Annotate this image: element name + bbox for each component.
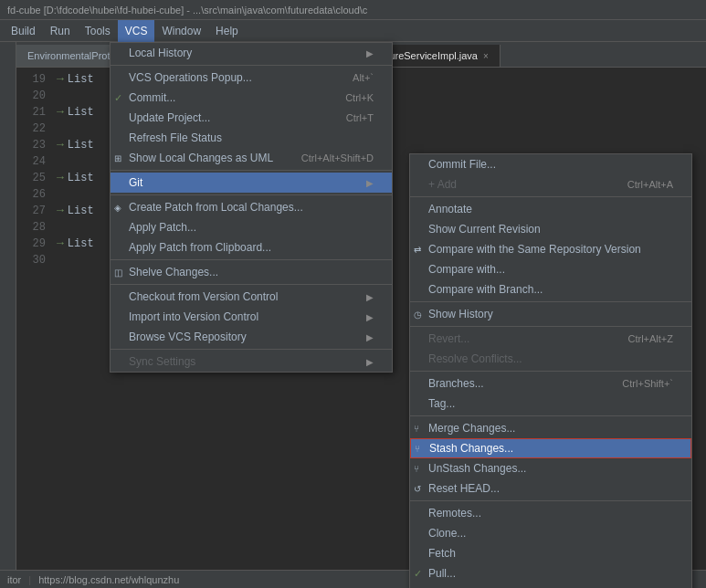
menu-run[interactable]: Run xyxy=(43,20,78,42)
vcs-menu-show-uml[interactable]: ⊞ Show Local Changes as UML Ctrl+Alt+Shi… xyxy=(111,148,392,168)
vcs-menu-shelve[interactable]: ◫ Shelve Changes... xyxy=(111,262,392,282)
vcs-menu-browse[interactable]: Browse VCS Repository ▶ xyxy=(111,327,392,347)
line-26: 26 xyxy=(16,186,46,203)
git-reset-head[interactable]: ↺ Reset HEAD... xyxy=(410,478,691,499)
line-23: 23 xyxy=(16,137,46,153)
git-pull[interactable]: ✓ Pull... xyxy=(410,563,691,583)
git-push[interactable]: Push... Ctrl+Shift+K xyxy=(410,583,691,588)
line-21: 21 xyxy=(16,104,46,121)
line-27: 27 xyxy=(16,203,46,219)
arrow-25: → xyxy=(57,170,64,186)
compare-icon: ⇄ xyxy=(414,245,421,255)
line-19: 19 xyxy=(16,71,46,88)
patch-icon: ◈ xyxy=(114,203,121,213)
shelve-icon: ◫ xyxy=(114,268,122,278)
reset-icon: ↺ xyxy=(414,484,421,494)
line-20: 20 xyxy=(16,88,46,104)
git-fetch[interactable]: Fetch xyxy=(410,543,691,563)
vcs-menu-sync: Sync Settings ▶ xyxy=(111,352,392,372)
vcs-menu-update-project[interactable]: Update Project... Ctrl+T xyxy=(111,108,392,128)
git-add: + Add Ctrl+Alt+A xyxy=(410,174,691,194)
line-28: 28 xyxy=(16,219,46,236)
status-url: https://blog.csdn.net/whlqunzhu xyxy=(38,574,179,585)
git-commit-file[interactable]: Commit File... xyxy=(410,154,691,174)
git-unstash[interactable]: ⑂ UnStash Changes... xyxy=(410,458,691,478)
vcs-menu-checkout[interactable]: Checkout from Version Control ▶ xyxy=(111,287,392,307)
vcs-menu-git[interactable]: Git ▶ xyxy=(111,173,392,193)
vcs-menu-local-history[interactable]: Local History ▶ xyxy=(111,43,392,63)
submenu-arrow-icon: ▶ xyxy=(366,48,374,58)
vcs-dropdown-menu: Local History ▶ VCS Operations Popup... … xyxy=(110,42,393,373)
stash-icon: ⑂ xyxy=(415,444,420,454)
arrow-23: → xyxy=(57,137,64,153)
separator-2 xyxy=(111,170,392,171)
line-22: 22 xyxy=(16,121,46,137)
title-text: fd-cube [D:\fdcode\hubei\fd-hubei-cube] … xyxy=(7,5,367,16)
tab-service-impl-close[interactable]: × xyxy=(483,51,489,61)
separator-6 xyxy=(111,349,392,350)
menu-bar: Build Run Tools VCS Window Help xyxy=(0,20,706,42)
browse-arrow-icon: ▶ xyxy=(366,332,374,342)
git-tag[interactable]: Tag... xyxy=(410,394,691,414)
sidebar-left xyxy=(0,42,16,570)
git-annotate[interactable]: Annotate xyxy=(410,199,691,219)
line-30: 30 xyxy=(16,252,46,268)
separator-1 xyxy=(111,65,392,66)
unstash-icon: ⑂ xyxy=(414,464,419,474)
git-clone[interactable]: Clone... xyxy=(410,523,691,543)
line-24: 24 xyxy=(16,153,46,170)
vcs-menu-apply-patch[interactable]: Apply Patch... xyxy=(111,217,392,237)
git-compare-branch[interactable]: Compare with Branch... xyxy=(410,279,691,299)
git-submenu-arrow-icon: ▶ xyxy=(366,178,374,188)
menu-tools[interactable]: Tools xyxy=(78,20,118,42)
line-29: 29 xyxy=(16,236,46,252)
title-bar: fd-cube [D:\fdcode\hubei\fd-hubei-cube] … xyxy=(0,0,706,20)
git-branches[interactable]: Branches... Ctrl+Shift+` xyxy=(410,373,691,394)
vcs-menu-operations-popup[interactable]: VCS Operations Popup... Alt+` xyxy=(111,68,392,88)
git-sep-1 xyxy=(410,196,691,197)
line-numbers: 19 20 21 22 23 24 25 26 27 28 29 30 xyxy=(16,71,53,268)
separator-5 xyxy=(111,284,392,285)
git-sep-6 xyxy=(410,500,691,501)
sync-arrow-icon: ▶ xyxy=(366,357,374,367)
git-sep-3 xyxy=(410,326,691,327)
vcs-menu-commit[interactable]: ✓ Commit... Ctrl+K xyxy=(111,88,392,108)
menu-build[interactable]: Build xyxy=(4,20,43,42)
git-resolve-conflicts: Resolve Conflicts... xyxy=(410,349,691,369)
pull-check-icon: ✓ xyxy=(414,568,422,580)
menu-help[interactable]: Help xyxy=(208,20,246,42)
merge-icon: ⑂ xyxy=(414,424,419,434)
checkmark-icon: ✓ xyxy=(114,92,122,104)
vcs-menu-import[interactable]: Import into Version Control ▶ xyxy=(111,307,392,327)
vcs-menu-refresh[interactable]: Refresh File Status xyxy=(111,128,392,148)
git-revert: Revert... Ctrl+Alt+Z xyxy=(410,329,691,349)
vcs-menu-apply-patch-clipboard[interactable]: Apply Patch from Clipboard... xyxy=(111,237,392,257)
git-sep-4 xyxy=(410,371,691,372)
history-icon: ◷ xyxy=(414,310,422,320)
menu-window[interactable]: Window xyxy=(154,20,208,42)
git-sep-2 xyxy=(410,301,691,302)
separator-3 xyxy=(111,194,392,195)
git-merge[interactable]: ⑂ Merge Changes... xyxy=(410,418,691,438)
checkout-arrow-icon: ▶ xyxy=(366,292,374,302)
git-sep-5 xyxy=(410,415,691,416)
git-stash[interactable]: ⑂ Stash Changes... xyxy=(410,438,691,458)
arrow-29: → xyxy=(57,236,64,252)
vcs-menu-create-patch[interactable]: ◈ Create Patch from Local Changes... xyxy=(111,197,392,217)
git-compare-with[interactable]: Compare with... xyxy=(410,259,691,279)
git-submenu: Commit File... + Add Ctrl+Alt+A Annotate… xyxy=(409,153,692,588)
git-compare-same[interactable]: ⇄ Compare with the Same Repository Versi… xyxy=(410,239,691,259)
line-25: 25 xyxy=(16,170,46,186)
import-arrow-icon: ▶ xyxy=(366,312,374,322)
arrow-19: → xyxy=(57,71,64,88)
arrow-27: → xyxy=(57,203,64,219)
git-show-history[interactable]: ◷ Show History xyxy=(410,304,691,324)
bottom-separator: | xyxy=(28,574,31,585)
arrow-21: → xyxy=(57,104,64,121)
git-remotes[interactable]: Remotes... xyxy=(410,503,691,523)
git-branch-label: itor xyxy=(7,574,21,585)
git-show-revision[interactable]: Show Current Revision xyxy=(410,219,691,239)
menu-vcs[interactable]: VCS xyxy=(118,20,155,42)
uml-icon: ⊞ xyxy=(114,153,121,163)
separator-4 xyxy=(111,259,392,260)
